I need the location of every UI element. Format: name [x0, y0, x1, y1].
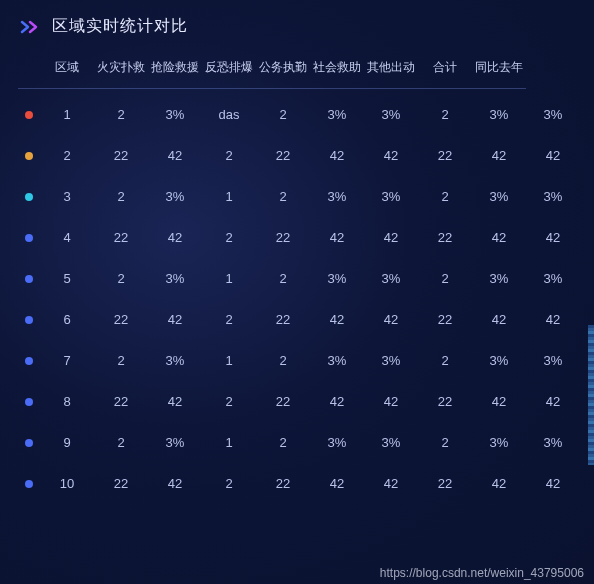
table-cell: 22 — [256, 135, 310, 176]
table-cell: 6 — [40, 299, 94, 340]
row-dot-icon — [25, 152, 33, 160]
table-cell: 22 — [94, 135, 148, 176]
table-cell: 3% — [526, 422, 580, 463]
table-cell: 2 — [202, 135, 256, 176]
table-cell: 42 — [472, 135, 526, 176]
table-cell: 7 — [40, 340, 94, 381]
row-dot-icon — [25, 275, 33, 283]
table-cell: 2 — [202, 299, 256, 340]
table-cell: 22 — [418, 381, 472, 422]
table-cell: 2 — [418, 422, 472, 463]
row-dot-icon — [25, 357, 33, 365]
table-cell: 3% — [526, 89, 580, 136]
col-duty: 公务执勤 — [256, 49, 310, 89]
table-cell: 42 — [472, 217, 526, 258]
row-dot-icon — [25, 193, 33, 201]
table-cell: 42 — [526, 381, 580, 422]
row-dot-cell — [18, 463, 40, 504]
table-cell: 4 — [40, 217, 94, 258]
row-dot-cell — [18, 89, 40, 136]
table-cell: 1 — [202, 258, 256, 299]
table-cell: 42 — [310, 463, 364, 504]
table-cell: 3% — [148, 340, 202, 381]
table-cell: 22 — [418, 463, 472, 504]
table-cell: 3% — [364, 258, 418, 299]
table-cell: 2 — [256, 422, 310, 463]
row-dot-cell — [18, 422, 40, 463]
table-cell: 3% — [148, 422, 202, 463]
table-header-row: 区域 火灾扑救 抢险救援 反恐排爆 公务执勤 社会救助 其他出动 合计 同比去年 — [18, 49, 580, 89]
row-dot-cell — [18, 299, 40, 340]
table-row: 422422224242224242 — [18, 217, 580, 258]
table-cell: 1 — [40, 89, 94, 136]
scroll-indicator[interactable] — [588, 325, 594, 465]
table-cell: 2 — [94, 340, 148, 381]
table-cell: 42 — [526, 299, 580, 340]
table-cell: 2 — [202, 217, 256, 258]
row-dot-cell — [18, 258, 40, 299]
table-cell: 42 — [472, 381, 526, 422]
table-cell: 1 — [202, 422, 256, 463]
table-cell: 3% — [148, 89, 202, 136]
table-cell: 22 — [418, 135, 472, 176]
col-other: 其他出动 — [364, 49, 418, 89]
table-cell: 42 — [364, 135, 418, 176]
table-cell: 2 — [94, 422, 148, 463]
table-row: 523%123%3%23%3% — [18, 258, 580, 299]
table-cell: 22 — [418, 217, 472, 258]
table-row: 822422224242224242 — [18, 381, 580, 422]
table-cell: 3% — [472, 176, 526, 217]
table-cell: 22 — [94, 463, 148, 504]
table-cell: 2 — [94, 258, 148, 299]
col-eod: 反恐排爆 — [202, 49, 256, 89]
table-cell: 22 — [256, 463, 310, 504]
table-row: 222422224242224242 — [18, 135, 580, 176]
table-cell: 42 — [310, 217, 364, 258]
table-cell: 3% — [364, 176, 418, 217]
table-row: 123%das23%3%23%3% — [18, 89, 580, 136]
table-cell: 42 — [148, 135, 202, 176]
chevrons-icon — [20, 20, 42, 34]
table-cell: 3% — [526, 258, 580, 299]
table-cell: 3% — [310, 176, 364, 217]
table-cell: 42 — [148, 217, 202, 258]
table-cell: 8 — [40, 381, 94, 422]
table-cell: 3% — [364, 422, 418, 463]
table-row: 723%123%3%23%3% — [18, 340, 580, 381]
table-cell: 3% — [310, 258, 364, 299]
table-cell: 2 — [202, 463, 256, 504]
table-cell: das — [202, 89, 256, 136]
row-dot-cell — [18, 381, 40, 422]
table-cell: 2 — [94, 176, 148, 217]
table-cell: 3 — [40, 176, 94, 217]
table-cell: 42 — [526, 135, 580, 176]
panel-header: 区域实时统计对比 — [0, 0, 594, 49]
table-cell: 42 — [148, 299, 202, 340]
table-cell: 3% — [472, 258, 526, 299]
table-cell: 42 — [148, 381, 202, 422]
table-cell: 3% — [526, 176, 580, 217]
table-row: 1022422224242224242 — [18, 463, 580, 504]
table-cell: 42 — [472, 463, 526, 504]
table-cell: 2 — [256, 176, 310, 217]
table-cell: 2 — [418, 176, 472, 217]
table-cell: 10 — [40, 463, 94, 504]
table-cell: 42 — [364, 381, 418, 422]
col-social: 社会救助 — [310, 49, 364, 89]
col-yoy: 同比去年 — [472, 49, 526, 89]
table-cell: 2 — [256, 340, 310, 381]
panel-title: 区域实时统计对比 — [52, 16, 188, 37]
table-cell: 3% — [310, 340, 364, 381]
table-cell: 42 — [364, 463, 418, 504]
table-cell: 22 — [256, 299, 310, 340]
table-cell: 22 — [256, 381, 310, 422]
row-dot-cell — [18, 340, 40, 381]
row-dot-cell — [18, 176, 40, 217]
row-dot-cell — [18, 217, 40, 258]
table-cell: 3% — [364, 340, 418, 381]
row-dot-cell — [18, 135, 40, 176]
table-cell: 3% — [148, 258, 202, 299]
table-cell: 42 — [526, 217, 580, 258]
col-fire: 火灾扑救 — [94, 49, 148, 89]
watermark: https://blog.csdn.net/weixin_43795006 — [380, 566, 584, 580]
